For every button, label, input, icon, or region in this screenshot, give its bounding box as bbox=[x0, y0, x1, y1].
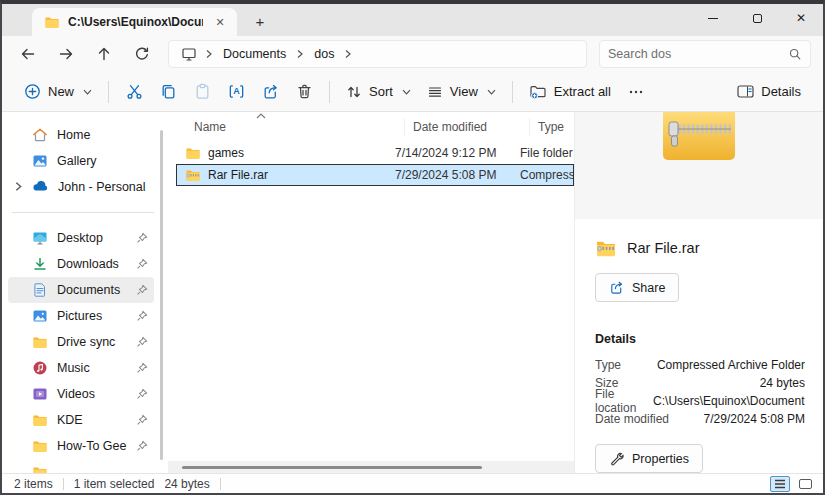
sidebar-item-pictures[interactable]: Pictures bbox=[8, 303, 154, 329]
explorer-tab[interactable]: C:\Users\Equinox\Documents\ ✕ bbox=[32, 8, 237, 36]
folder-icon bbox=[32, 334, 48, 350]
sort-button[interactable]: Sort bbox=[338, 78, 419, 106]
sidebar-item-downloads[interactable]: Downloads bbox=[8, 251, 154, 277]
file-list: Name Date modified Type games 7/14/2024 … bbox=[168, 112, 574, 473]
properties-button[interactable]: Properties bbox=[595, 444, 703, 473]
file-row-games[interactable]: games 7/14/2024 9:12 PM File folder bbox=[176, 142, 574, 164]
command-toolbar: New A Sort bbox=[2, 72, 823, 112]
up-button[interactable] bbox=[86, 39, 122, 69]
chevron-right-icon[interactable] bbox=[14, 181, 23, 192]
pin-icon bbox=[136, 258, 148, 270]
sidebar-item-desktop[interactable]: Desktop bbox=[8, 225, 154, 251]
detail-label: Type bbox=[595, 358, 621, 372]
file-rows: games 7/14/2024 9:12 PM File folder Rar … bbox=[168, 140, 574, 186]
file-name: Rar File.rar bbox=[208, 168, 268, 182]
new-tab-button[interactable]: + bbox=[247, 9, 273, 33]
minimize-icon bbox=[708, 18, 718, 19]
details-view-toggle[interactable] bbox=[770, 476, 790, 492]
breadcrumb-documents[interactable]: Documents bbox=[217, 45, 292, 63]
window-controls: ✕ bbox=[691, 4, 823, 32]
pin-icon bbox=[136, 414, 148, 426]
onedrive-cloud-icon bbox=[32, 179, 49, 195]
tab-title: C:\Users\Equinox\Documents\ bbox=[68, 15, 203, 29]
back-button[interactable] bbox=[10, 39, 46, 69]
copy-button[interactable] bbox=[151, 77, 185, 107]
folder-icon bbox=[32, 464, 48, 473]
details-pane-button[interactable]: Details bbox=[729, 78, 809, 105]
more-options-button[interactable] bbox=[619, 77, 653, 107]
items-count: 2 items bbox=[14, 477, 53, 491]
rename-button[interactable]: A bbox=[219, 77, 253, 107]
cut-button[interactable] bbox=[117, 77, 151, 107]
status-bar: 2 items 1 item selected 24 bytes bbox=[2, 473, 823, 493]
share-button[interactable] bbox=[253, 77, 287, 107]
folder-icon bbox=[44, 14, 60, 30]
sidebar-item-label: Desktop bbox=[57, 231, 127, 245]
pin-icon bbox=[136, 284, 148, 296]
zip-folder-icon bbox=[185, 167, 201, 183]
minimize-button[interactable] bbox=[691, 4, 735, 32]
downloads-icon bbox=[32, 256, 48, 272]
sidebar-item-documents[interactable]: Documents bbox=[8, 277, 154, 303]
folder-icon bbox=[32, 438, 48, 454]
pin-icon bbox=[136, 440, 148, 452]
sidebar-item-partial[interactable] bbox=[8, 459, 154, 473]
detail-value: C:\Users\Equinox\Documents... bbox=[653, 394, 805, 408]
share-file-button[interactable]: Share bbox=[595, 273, 679, 302]
refresh-button[interactable] bbox=[124, 39, 160, 69]
thumbnail-view-icon bbox=[799, 479, 812, 489]
sidebar-item-label: John - Personal bbox=[58, 180, 148, 194]
scrollbar-thumb[interactable] bbox=[182, 466, 482, 469]
sidebar-item-label: Videos bbox=[57, 387, 127, 401]
main-area: Home Gallery John - Personal bbox=[2, 112, 823, 473]
file-row-rar-file[interactable]: Rar File.rar 7/29/2024 5:08 PM Compresse… bbox=[176, 164, 574, 186]
breadcrumb-dos[interactable]: dos bbox=[308, 45, 340, 63]
sidebar-item-how-to-geek[interactable]: How-To Geek bbox=[8, 433, 154, 459]
view-button[interactable]: View bbox=[419, 78, 504, 106]
breadcrumb-chevron-icon bbox=[342, 49, 354, 59]
sidebar-item-label: Drive sync bbox=[57, 335, 127, 349]
folder-icon bbox=[185, 145, 201, 161]
refresh-icon bbox=[134, 46, 150, 62]
tab-close-icon[interactable]: ✕ bbox=[211, 13, 229, 31]
detail-label: Date modified bbox=[595, 412, 669, 426]
sidebar-scrollbar[interactable] bbox=[160, 130, 163, 460]
search-box bbox=[599, 40, 811, 68]
pin-icon bbox=[136, 362, 148, 374]
maximize-button[interactable] bbox=[735, 4, 779, 32]
sidebar-item-label: Pictures bbox=[57, 309, 127, 323]
delete-button[interactable] bbox=[287, 77, 321, 107]
detail-row-date-modified: Date modified 7/29/2024 5:08 PM bbox=[595, 410, 805, 428]
sidebar-item-drive-sync[interactable]: Drive sync bbox=[8, 329, 154, 355]
ellipsis-icon bbox=[628, 84, 644, 100]
sidebar-item-label: KDE bbox=[57, 413, 127, 427]
sort-ascending-icon bbox=[256, 113, 266, 119]
horizontal-scrollbar[interactable] bbox=[168, 461, 574, 473]
new-button-label: New bbox=[48, 84, 74, 99]
sidebar-item-kde[interactable]: KDE bbox=[8, 407, 154, 433]
detail-value: Compressed Archive Folder bbox=[657, 358, 805, 372]
selected-file-header: Rar File.rar bbox=[595, 237, 823, 259]
plus-circle-icon bbox=[24, 83, 41, 100]
address-bar[interactable]: Documents dos bbox=[168, 40, 587, 68]
sidebar-item-onedrive[interactable]: John - Personal bbox=[8, 174, 154, 200]
paste-button[interactable] bbox=[185, 77, 219, 107]
thumbnail-view-toggle[interactable] bbox=[795, 476, 815, 492]
column-header-name[interactable]: Name bbox=[178, 118, 404, 136]
column-header-date-modified[interactable]: Date modified bbox=[404, 118, 529, 136]
extract-all-button[interactable]: Extract all bbox=[521, 77, 619, 106]
forward-button[interactable] bbox=[48, 39, 84, 69]
sidebar-item-videos[interactable]: Videos bbox=[8, 381, 154, 407]
file-date: 7/29/2024 5:08 PM bbox=[395, 168, 520, 182]
column-header-type[interactable]: Type bbox=[529, 118, 574, 136]
sidebar-item-home[interactable]: Home bbox=[8, 122, 154, 148]
sidebar-item-gallery[interactable]: Gallery bbox=[8, 148, 154, 174]
search-input[interactable] bbox=[608, 47, 788, 61]
toolbar-divider bbox=[512, 81, 513, 103]
sidebar-item-label: How-To Geek bbox=[57, 439, 127, 453]
cut-icon bbox=[126, 83, 143, 100]
close-button[interactable]: ✕ bbox=[779, 4, 823, 32]
sidebar-item-music[interactable]: Music bbox=[8, 355, 154, 381]
new-button[interactable]: New bbox=[16, 77, 100, 106]
share-icon bbox=[609, 280, 624, 295]
